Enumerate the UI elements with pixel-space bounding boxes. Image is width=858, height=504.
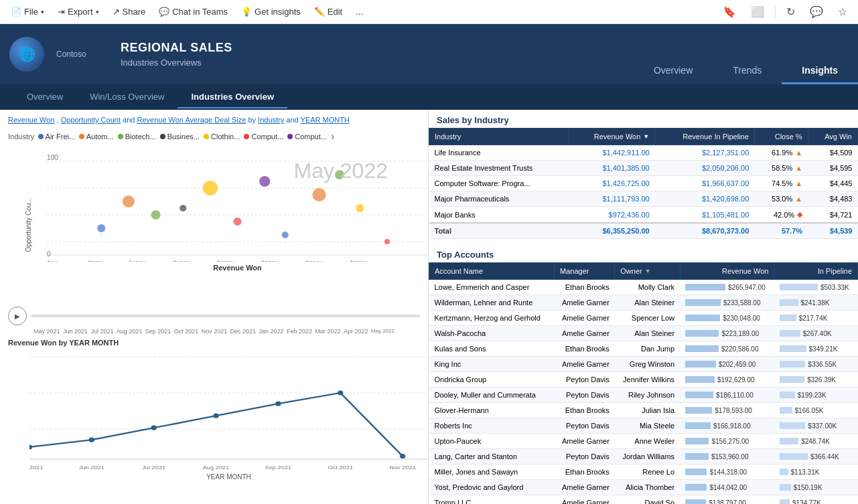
chart-title-link5[interactable]: YEAR MONTH	[301, 116, 350, 124]
chart-title-link2[interactable]: Opportunity Count	[61, 116, 121, 124]
svg-point-15	[312, 188, 326, 201]
bookmark-button[interactable]: 🔖	[717, 3, 741, 21]
pipeline-cell: $2,050,206.00	[655, 161, 755, 176]
x-axis-label: Revenue Won	[47, 264, 428, 273]
nav-tab-overview[interactable]: Overview	[634, 60, 713, 84]
col-account-name[interactable]: Account Name	[429, 263, 555, 280]
revenue-won-cell: $186,110.00	[680, 388, 774, 403]
svg-text:$200K: $200K	[217, 260, 234, 262]
file-menu[interactable]: 📄 File ▾	[5, 4, 50, 19]
revenue-line-chart: $3M $2M $1M May 2021 Jun 2021 Jul 2021 A…	[29, 351, 429, 471]
account-name: Kulas and Sons	[429, 341, 555, 357]
close-pct-cell: 74.5% ▲	[754, 176, 808, 191]
sub-nav-industries[interactable]: Industries Overview	[177, 86, 287, 108]
refresh-button[interactable]: ↻	[781, 3, 800, 21]
manager-name: Amelie Garner	[555, 495, 615, 505]
separator	[775, 5, 776, 19]
export-button[interactable]: ⇥ Export ▾	[52, 4, 104, 19]
account-name: Lang, Carter and Stanton	[429, 449, 555, 465]
svg-point-36	[151, 426, 157, 430]
owner-name: Anne Weiler	[615, 434, 680, 449]
chart-title-link3[interactable]: Revenue Won Average Deal Size	[137, 116, 246, 124]
page-subtitle: Industries Overviews	[121, 58, 232, 68]
avg-win-cell: $4,483	[808, 191, 857, 207]
table-row: Miller, Jones and Sawayn Ethan Brooks Re…	[429, 465, 858, 480]
svg-text:$350K: $350K	[350, 260, 367, 262]
sub-nav-overview[interactable]: Overview	[13, 86, 76, 108]
revenue-chart-area: $3M $2M $1M May 2021 Jun 2021 Jul 2021 A…	[0, 348, 428, 504]
revenue-won-cell: $220,586.00	[680, 341, 774, 357]
col-avg-win[interactable]: Avg Win	[808, 129, 857, 145]
col-in-pipeline[interactable]: In Pipeline	[774, 263, 858, 280]
svg-point-7	[97, 224, 105, 232]
chat-in-teams-button[interactable]: 💬 Chat in Teams	[153, 4, 233, 19]
edit-button[interactable]: ✏️ Edit	[309, 4, 348, 19]
chart-title-link1[interactable]: Revenue Won	[8, 116, 55, 124]
toolbar-right: 🔖 ⬜ ↻ 💬 ☆	[717, 3, 853, 21]
table-row: Major Pharmaceuticals $1,111,793.00 $1,4…	[429, 191, 858, 207]
header: 🌐 Contoso REGIONAL SALES Industries Over…	[0, 24, 858, 84]
play-button[interactable]: ▶	[8, 307, 27, 325]
manager-name: Ethan Brooks	[555, 403, 615, 418]
chevron-icon: ▾	[41, 9, 44, 15]
revenue-won-cell: $1,111,793.00	[569, 191, 655, 207]
col-manager[interactable]: Manager	[555, 263, 615, 280]
chart-title-link4[interactable]: Industry	[258, 116, 284, 124]
industry-dot-2: Autom...	[79, 133, 113, 141]
main-content: Revenue Won , Opportunity Count and Reve…	[0, 110, 858, 504]
revenue-won-cell: $1,401,385.00	[569, 161, 655, 176]
pipeline-cell: $217.74K	[774, 311, 858, 326]
star-button[interactable]: ☆	[833, 3, 853, 21]
table-row: Life Insurance $1,442,911.00 $2,127,351.…	[429, 145, 858, 161]
pipeline-cell: $503.33K	[774, 280, 858, 295]
revenue-won-cell: $166,918.00	[680, 418, 774, 434]
owner-name: Riley Johnson	[615, 388, 680, 403]
table-row: Major Banks $972,436.00 $1,105,481.00 42…	[429, 207, 858, 224]
pipeline-cell: $248.74K	[774, 434, 858, 449]
table-row: Walsh-Pacocha Amelie Garner Alan Steiner…	[429, 326, 858, 341]
col-owner[interactable]: Owner ▼	[615, 263, 680, 280]
avg-win-cell: $4,445	[808, 176, 857, 191]
sales-by-industry-title: Sales by Industry	[429, 110, 858, 128]
table-row: Kulas and Sons Ethan Brooks Dan Jump $22…	[429, 341, 858, 357]
revenue-won-cell: $138,797.00	[680, 495, 774, 505]
owner-name: Mia Steele	[615, 418, 680, 434]
revenue-won-cell: $1,426,725.00	[569, 176, 655, 191]
revenue-won-cell: $230,048.00	[680, 311, 774, 326]
filter-more-button[interactable]: ›	[331, 131, 334, 143]
timeline-track[interactable]	[31, 315, 420, 317]
svg-text:May 2021: May 2021	[29, 465, 44, 471]
window-button[interactable]: ⬜	[745, 3, 770, 21]
pipeline-cell: $366.44K	[774, 449, 858, 465]
get-insights-button[interactable]: 💡 Get insights	[236, 4, 306, 19]
nav-tab-insights[interactable]: Insights	[782, 60, 858, 84]
nav-tab-trends[interactable]: Trends	[713, 60, 782, 84]
svg-point-8	[123, 195, 135, 207]
more-button[interactable]: ...	[350, 4, 368, 19]
svg-point-18	[384, 239, 390, 244]
comment-button[interactable]: 💬	[804, 3, 829, 21]
page-title: REGIONAL SALES	[121, 41, 232, 55]
share-button[interactable]: ↗ Share	[107, 4, 151, 19]
top-accounts-section: Top Accounts Account Name Manager Owner …	[429, 244, 858, 504]
industry-name: Major Banks	[429, 207, 569, 224]
svg-text:Aug 2021: Aug 2021	[203, 465, 230, 471]
col-industry[interactable]: Industry	[429, 129, 569, 145]
col-pipeline[interactable]: Revenue In Pipeline	[655, 129, 755, 145]
col-rev-won[interactable]: Revenue Won	[680, 263, 774, 280]
account-name: Walsh-Pacocha	[429, 326, 555, 341]
svg-point-34	[29, 445, 32, 450]
avg-win-cell: $4,595	[808, 161, 857, 176]
sub-nav-winloss[interactable]: Win/Loss Overview	[76, 86, 177, 108]
revenue-x-title: YEAR MONTH	[29, 473, 428, 483]
logo: 🌐	[9, 37, 44, 72]
manager-name: Peyton Davis	[555, 418, 615, 434]
account-name: Glover-Hermann	[429, 403, 555, 418]
top-accounts-title: Top Accounts	[429, 244, 858, 262]
pipeline-cell: $267.40K	[774, 326, 858, 341]
insights-icon: 💡	[241, 7, 252, 17]
col-revenue-won[interactable]: Revenue Won ▼	[569, 129, 655, 145]
pipeline-cell: $241.38K	[774, 295, 858, 311]
account-name: Wilderman, Lehner and Runte	[429, 295, 555, 311]
col-close-pct[interactable]: Close %	[754, 129, 808, 145]
